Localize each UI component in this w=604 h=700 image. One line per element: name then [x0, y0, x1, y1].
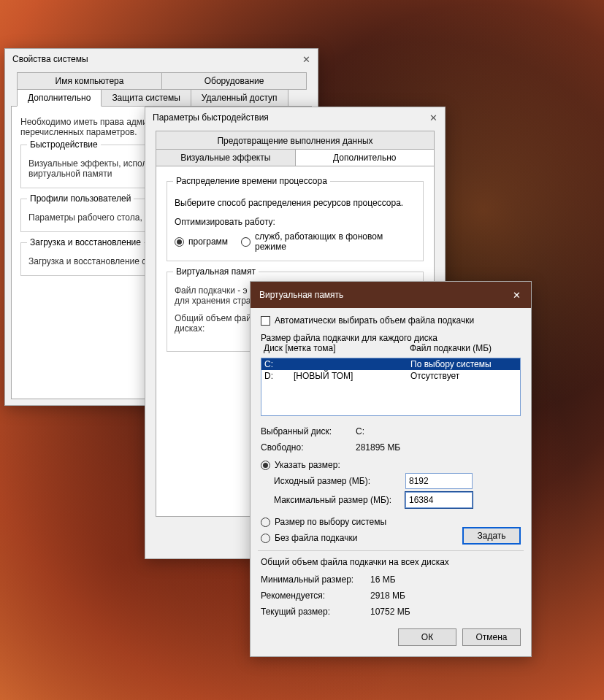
- label: Свободно:: [261, 442, 356, 453]
- drive-letter: C:: [264, 359, 294, 369]
- drive-row-d[interactable]: D: [НОВЫЙ ТОМ] Отсутствует: [261, 370, 520, 382]
- tab-computer-name[interactable]: Имя компьютера: [17, 72, 162, 90]
- window-title: Параметры быстродействия: [153, 112, 269, 123]
- radio-custom-size[interactable]: Указать размер:: [261, 460, 521, 470]
- col-disk: Диск [метка тома]: [264, 343, 410, 353]
- recommended-row: Рекомендуется: 2918 МБ: [261, 591, 521, 601]
- tab-protection[interactable]: Защита системы: [101, 89, 191, 107]
- value: 10752 МБ: [370, 607, 410, 617]
- initial-size-input[interactable]: [405, 473, 473, 489]
- drive-label: [294, 359, 410, 369]
- total-header: Общий объем файла подкачки на всех диска…: [261, 557, 521, 567]
- max-size-row: Максимальный размер (МБ):: [274, 492, 521, 508]
- group-title: Профили пользователей: [27, 193, 134, 204]
- initial-size-row: Исходный размер (МБ):: [274, 473, 521, 489]
- list-header: Диск [метка тома] Файл подкачки (МБ): [261, 343, 521, 353]
- tab-remote[interactable]: Удаленный доступ: [191, 89, 288, 107]
- tab-dep[interactable]: Предотвращение выполнения данных: [156, 136, 434, 149]
- tab-visual-effects[interactable]: Визуальные эффекты: [156, 149, 296, 166]
- tab-advanced[interactable]: Дополнительно: [296, 149, 435, 166]
- cpu-note: Выберите способ распределения ресурсов п…: [175, 198, 416, 208]
- group-title: Быстродействие: [27, 139, 101, 150]
- auto-size-checkbox[interactable]: Автоматически выбирать объем файла подка…: [261, 315, 521, 326]
- tab-advanced[interactable]: Дополнительно: [17, 89, 102, 107]
- radio-label: Размер по выбору системы: [275, 517, 386, 527]
- drive-listbox[interactable]: C: По выбору системы D: [НОВЫЙ ТОМ] Отсу…: [261, 358, 521, 416]
- close-icon[interactable]: ✕: [300, 53, 312, 65]
- label: Минимальный размер:: [261, 574, 370, 585]
- group-title: Распределение времени процессора: [173, 176, 330, 186]
- radio-label: Указать размер:: [275, 460, 340, 470]
- tabstrip-row2: Дополнительно Защита системы Удаленный д…: [17, 89, 306, 107]
- radio-icon: [241, 237, 251, 247]
- close-icon[interactable]: ✕: [506, 288, 527, 302]
- radio-row: программ служб, работающих в фоновом реж…: [175, 231, 416, 252]
- radio-label: служб, работающих в фоновом режиме: [255, 231, 416, 252]
- label: Текущий размер:: [261, 607, 370, 617]
- radio-label: программ: [188, 236, 228, 247]
- min-size-row: Минимальный размер: 16 МБ: [261, 574, 521, 585]
- group-title: Виртуальная памят: [173, 266, 259, 277]
- titlebar: Виртуальная память ✕: [251, 282, 531, 308]
- current-size-row: Текущий размер: 10752 МБ: [261, 607, 521, 617]
- radio-icon: [261, 534, 270, 543]
- size-header: Размер файла подкачки для каждого диска: [261, 333, 521, 343]
- radio-icon: [261, 461, 270, 470]
- checkbox-icon: [261, 316, 270, 326]
- virtual-memory-window: Виртуальная память ✕ Автоматически выбир…: [250, 281, 532, 657]
- group-title: Загрузка и восстановление: [27, 237, 144, 247]
- drive-label: [НОВЫЙ ТОМ]: [294, 371, 410, 381]
- optimize-label: Оптимизировать работу:: [175, 217, 416, 227]
- titlebar: Свойства системы ✕: [5, 49, 318, 68]
- value: 281895 МБ: [356, 442, 400, 453]
- close-icon[interactable]: ✕: [427, 112, 439, 123]
- drive-pagefile: Отсутствует: [410, 371, 459, 381]
- tab-hardware[interactable]: Оборудование: [161, 72, 307, 90]
- window-title: Свойства системы: [12, 54, 88, 64]
- label: Рекомендуется:: [261, 591, 370, 601]
- button-row: ОК Отмена: [261, 628, 521, 646]
- set-button[interactable]: Задать: [462, 527, 521, 545]
- selected-drive-row: Выбранный диск: C:: [261, 426, 521, 436]
- radio-programs[interactable]: программ: [175, 236, 228, 247]
- group-cpu: Распределение времени процессора Выберит…: [167, 181, 424, 261]
- radio-icon: [175, 237, 184, 247]
- cancel-button[interactable]: Отмена: [462, 628, 521, 646]
- drive-row-c[interactable]: C: По выбору системы: [261, 358, 520, 370]
- titlebar: Параметры быстродействия ✕: [145, 107, 445, 126]
- radio-no-pagefile[interactable]: Без файла подкачки: [261, 533, 357, 543]
- drive-pagefile: По выбору системы: [410, 359, 492, 369]
- vm-body: Автоматически выбирать объем файла подка…: [251, 308, 531, 656]
- radio-label: Без файла подкачки: [275, 533, 357, 543]
- free-space-row: Свободно: 281895 МБ: [261, 442, 521, 453]
- value: 16 МБ: [370, 574, 396, 585]
- max-size-input[interactable]: [405, 492, 473, 508]
- col-pagefile: Файл подкачки (МБ): [410, 343, 492, 353]
- value: 2918 МБ: [370, 591, 405, 601]
- radio-services[interactable]: служб, работающих в фоновом режиме: [241, 231, 416, 252]
- radio-system-managed[interactable]: Размер по выбору системы: [261, 517, 521, 527]
- value: C:: [356, 426, 364, 436]
- label: Выбранный диск:: [261, 426, 356, 436]
- tabstrip-row1: Имя компьютера Оборудование: [17, 72, 306, 90]
- separator: [258, 550, 524, 551]
- label: Максимальный размер (МБ):: [274, 495, 405, 505]
- drive-letter: D:: [264, 371, 294, 381]
- label: Исходный размер (МБ):: [274, 476, 405, 486]
- radio-icon: [261, 518, 270, 527]
- window-title: Виртуальная память: [259, 290, 343, 300]
- ok-button[interactable]: ОК: [398, 628, 456, 646]
- checkbox-label: Автоматически выбирать объем файла подка…: [275, 315, 474, 326]
